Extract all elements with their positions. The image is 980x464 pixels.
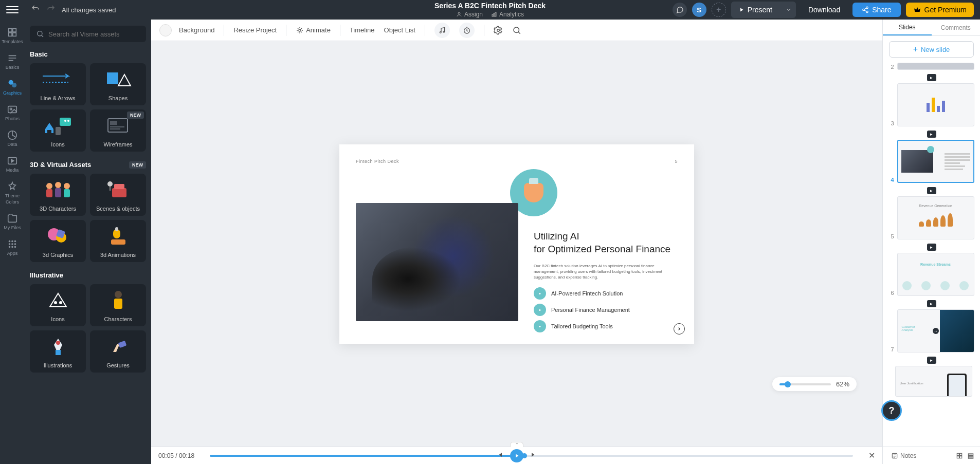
asset-icons[interactable]: Icons: [30, 109, 86, 152]
tab-slides[interactable]: Slides: [883, 20, 932, 35]
tab-comments[interactable]: Comments: [932, 20, 981, 35]
nav-templates[interactable]: Templates: [1, 24, 24, 47]
present-button[interactable]: Present: [731, 2, 779, 18]
grid-view-icon[interactable]: [955, 452, 964, 460]
asset-line-arrows[interactable]: Line & Arrows: [30, 63, 86, 105]
zoom-control[interactable]: 62%: [772, 377, 857, 391]
nav-apps[interactable]: Apps: [1, 235, 24, 259]
next-slide-arrow-icon[interactable]: [674, 323, 685, 335]
transition-icon[interactable]: ▸: [927, 74, 936, 81]
audio-icon[interactable]: [434, 23, 450, 38]
transition-icon[interactable]: ▸: [927, 244, 936, 251]
slide-thumb-2[interactable]: 2: [889, 63, 974, 70]
svg-rect-39: [114, 184, 124, 189]
animate-button[interactable]: Animate: [296, 26, 331, 34]
svg-point-15: [11, 240, 13, 243]
nav-photos[interactable]: Photos: [1, 101, 24, 124]
slide-title[interactable]: Utilizing AIfor Optimized Personal Finan…: [534, 230, 678, 256]
svg-point-11: [10, 108, 12, 110]
feature-item[interactable]: •Personal Finance Management: [534, 304, 678, 316]
slide-image[interactable]: [356, 203, 518, 321]
canvas-viewport[interactable]: Fintech Pitch Deck 5 Utilizing AIfor Opt…: [151, 41, 882, 447]
transition-icon[interactable]: ▸: [927, 300, 936, 307]
help-button[interactable]: ?: [881, 400, 902, 421]
list-view-icon[interactable]: [967, 452, 975, 460]
timeline-close-icon[interactable]: ✕: [868, 451, 875, 460]
share-button[interactable]: Share: [852, 3, 900, 17]
asset-wireframes[interactable]: NEWWireframes: [90, 109, 146, 152]
svg-rect-66: [968, 455, 973, 456]
next-frame-icon[interactable]: [530, 451, 538, 460]
nav-graphics[interactable]: Graphics: [1, 75, 24, 99]
slide-paragraph[interactable]: Our B2C fintech solution leverages AI to…: [534, 263, 678, 281]
resize-project-button[interactable]: Resize Project: [233, 26, 277, 34]
section-illustrative: Illustrative: [30, 271, 146, 279]
download-button[interactable]: Download: [801, 3, 847, 17]
svg-point-36: [64, 183, 70, 189]
nav-my-files[interactable]: My Files: [1, 210, 24, 233]
svg-point-17: [9, 243, 11, 245]
asset-scenes-objects[interactable]: Scenes & objects: [90, 174, 146, 216]
search-input[interactable]: [48, 30, 140, 38]
comment-icon[interactable]: [673, 3, 687, 17]
analytics-button[interactable]: Analytics: [491, 11, 524, 18]
svg-rect-7: [13, 33, 16, 36]
canvas-area: Background Resize Project Animate Timeli…: [151, 20, 882, 464]
zoom-icon[interactable]: [512, 26, 521, 35]
asset-gestures[interactable]: Gestures: [90, 330, 146, 373]
nav-data[interactable]: Data: [1, 126, 24, 150]
object-list-button[interactable]: Object List: [384, 26, 415, 34]
asset-shapes[interactable]: Shapes: [90, 63, 146, 105]
svg-rect-67: [968, 457, 973, 458]
feature-item[interactable]: •AI-Powered Fintech Solution: [534, 287, 678, 300]
get-premium-button[interactable]: Get Premium: [906, 3, 974, 17]
timer-icon[interactable]: [459, 23, 475, 38]
new-slide-button[interactable]: +New slide: [889, 41, 974, 58]
assign-button[interactable]: Assign: [456, 11, 483, 18]
play-button[interactable]: [510, 449, 523, 462]
slide-thumb-5[interactable]: 5 Revenue Generation: [889, 196, 974, 239]
svg-point-23: [38, 31, 42, 36]
settings-icon[interactable]: [494, 26, 503, 35]
feature-item[interactable]: •Tailored Budgeting Tools: [534, 320, 678, 332]
svg-point-54: [299, 29, 301, 31]
asset-illustrations[interactable]: Illustrations: [30, 330, 86, 373]
slide-thumb-3[interactable]: 3: [889, 83, 974, 126]
slide-canvas[interactable]: Fintech Pitch Deck 5 Utilizing AIfor Opt…: [339, 144, 694, 344]
slide-thumb-4[interactable]: 4: [889, 140, 974, 183]
asset-ill-icons[interactable]: Icons: [30, 284, 86, 326]
timeline-button[interactable]: Timeline: [350, 26, 375, 34]
notes-button[interactable]: Notes: [888, 450, 919, 461]
feature-dot-icon: •: [534, 320, 546, 332]
hamburger-menu[interactable]: [6, 4, 19, 16]
asset-3d-graphics[interactable]: 3d Graphics: [30, 220, 86, 262]
user-avatar[interactable]: S: [692, 3, 706, 17]
search-input-wrap[interactable]: [30, 26, 146, 42]
asset-3d-animations[interactable]: 3d Animations: [90, 220, 146, 262]
nav-basics[interactable]: Basics: [1, 49, 24, 73]
slide-thumb-8[interactable]: User Justification: [887, 366, 976, 397]
add-collaborator-button[interactable]: +: [712, 3, 726, 17]
background-color-swatch[interactable]: [159, 24, 172, 36]
timeline-expand-handle[interactable]: ⌃: [510, 442, 523, 447]
transition-icon[interactable]: ▸: [927, 187, 936, 194]
asset-3d-characters[interactable]: 3D Characters: [30, 174, 86, 216]
document-title[interactable]: Series A B2C Fintech Pitch Deck: [434, 2, 546, 10]
redo-icon[interactable]: [46, 4, 56, 15]
transition-icon[interactable]: ▸: [927, 357, 936, 364]
svg-point-21: [11, 246, 13, 248]
slides-list[interactable]: 2 ▸ 3 ▸ 4 ▸ 5: [883, 63, 980, 447]
svg-rect-46: [111, 239, 125, 245]
zoom-slider[interactable]: [779, 383, 831, 385]
slide-page-number: 5: [675, 159, 678, 164]
slide-thumb-7[interactable]: 7 CustomerAnalysis→: [889, 309, 974, 352]
slide-thumb-6[interactable]: 6 Revenue Streams: [889, 253, 974, 296]
transition-icon[interactable]: ▸: [927, 131, 936, 138]
nav-media[interactable]: Media: [1, 152, 24, 176]
nav-theme-colors[interactable]: ThemeColors: [1, 178, 24, 208]
prev-frame-icon[interactable]: [496, 451, 504, 460]
present-dropdown[interactable]: [782, 2, 796, 18]
background-button[interactable]: Background: [179, 26, 214, 34]
asset-characters[interactable]: Characters: [90, 284, 146, 326]
undo-icon[interactable]: [31, 4, 40, 15]
